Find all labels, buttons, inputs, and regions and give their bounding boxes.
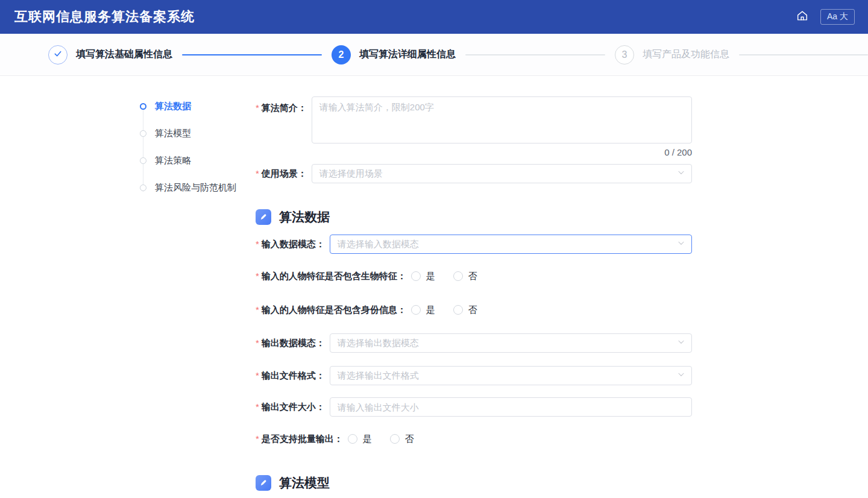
home-button[interactable] — [795, 10, 810, 24]
radio-icon — [411, 305, 421, 315]
output-modality-placeholder: 请选择输出数据模态 — [338, 338, 677, 349]
bio-feature-radio-group: 是 否 — [411, 271, 495, 282]
app-header: 互联网信息服务算法备案系统 Aa 大 — [0, 0, 868, 34]
step-2-circle: 2 — [332, 45, 351, 65]
bio-feature-radio-no[interactable]: 否 — [453, 271, 477, 282]
radio-icon — [348, 434, 357, 444]
required-marker: * — [256, 167, 259, 180]
chevron-down-icon — [677, 168, 685, 179]
output-size-input[interactable] — [330, 397, 692, 417]
output-modality-label: 输出数据模态： — [262, 336, 325, 350]
anchor-nav: 算法数据 算法模型 算法策略 算法风险与防范机制 — [140, 100, 248, 209]
algorithm-detail-form: * 算法简介： 0 / 200 * 使用场景： 请选择使用场景 算法数据 * 输… — [256, 96, 692, 491]
section-algorithm-model: 算法模型 — [256, 474, 692, 491]
anchor-item-algorithm-model[interactable]: 算法模型 — [140, 127, 248, 139]
step-connector-3 — [739, 54, 868, 55]
chevron-down-icon — [677, 338, 685, 348]
usage-scene-select[interactable]: 请选择使用场景 — [312, 164, 692, 183]
step-3: 3 填写产品及功能信息 — [615, 45, 729, 65]
batch-output-radio-no[interactable]: 否 — [390, 433, 414, 445]
bio-feature-radio-yes[interactable]: 是 — [411, 271, 435, 282]
required-marker: * — [256, 269, 259, 283]
chevron-down-icon — [677, 239, 685, 250]
field-identity-info: * 输入的人物特征是否包含身份信息： 是 否 — [256, 303, 692, 317]
intro-char-counter: 0 / 200 — [256, 147, 692, 159]
field-input-modality: * 输入数据模态： 请选择输入数据模态 — [256, 235, 692, 254]
pencil-icon — [256, 209, 271, 225]
anchor-item-algorithm-risk[interactable]: 算法风险与防范机制 — [140, 181, 248, 194]
anchor-label: 算法模型 — [155, 128, 191, 139]
field-output-format: * 输出文件格式： 请选择输出文件格式 — [256, 366, 692, 385]
radio-label: 否 — [468, 271, 477, 282]
step-3-label: 填写产品及功能信息 — [643, 48, 729, 61]
check-icon — [53, 49, 63, 61]
chevron-down-icon — [677, 370, 685, 381]
radio-icon — [453, 271, 463, 281]
anchor-item-algorithm-strategy[interactable]: 算法策略 — [140, 154, 248, 166]
section-algorithm-data: 算法数据 — [256, 209, 692, 225]
field-batch-output: * 是否支持批量输出： 是 否 — [256, 432, 692, 446]
field-output-modality: * 输出数据模态： 请选择输出数据模态 — [256, 333, 692, 353]
batch-output-label: 是否支持批量输出： — [262, 432, 343, 446]
field-bio-feature: * 输入的人物特征是否包含生物特征： 是 否 — [256, 269, 692, 283]
field-output-size: * 输出文件大小： — [256, 397, 692, 417]
anchor-dot — [140, 103, 146, 110]
identity-info-label: 输入的人物特征是否包含身份信息： — [262, 303, 406, 317]
step-connector-2 — [465, 54, 605, 55]
radio-label: 是 — [426, 271, 435, 282]
anchor-item-algorithm-data[interactable]: 算法数据 — [140, 100, 248, 112]
field-usage-scene: * 使用场景： 请选择使用场景 — [256, 164, 692, 183]
batch-output-radio-group: 是 否 — [348, 433, 432, 445]
radio-label: 否 — [468, 304, 477, 316]
input-modality-placeholder: 请选择输入数据模态 — [338, 239, 677, 250]
intro-label: 算法简介： — [262, 101, 307, 115]
bio-feature-label: 输入的人物特征是否包含生物特征： — [262, 269, 406, 283]
required-marker: * — [256, 400, 259, 414]
radio-icon — [411, 271, 421, 281]
anchor-label: 算法数据 — [155, 101, 191, 112]
anchor-dot — [140, 130, 146, 137]
pencil-icon — [256, 475, 271, 491]
section-title: 算法模型 — [279, 474, 330, 491]
required-marker: * — [256, 336, 259, 350]
step-3-circle: 3 — [615, 45, 634, 65]
home-icon — [796, 9, 809, 25]
radio-label: 是 — [426, 304, 435, 316]
identity-info-radio-no[interactable]: 否 — [453, 304, 477, 316]
radio-label: 是 — [363, 433, 372, 445]
step-2: 2 填写算法详细属性信息 — [332, 45, 456, 65]
output-size-label: 输出文件大小： — [262, 400, 325, 414]
field-intro: * 算法简介： — [256, 96, 692, 143]
anchor-dot — [140, 157, 146, 164]
intro-textarea[interactable] — [312, 96, 692, 143]
step-1: 填写算法基础属性信息 — [48, 45, 172, 65]
input-modality-select[interactable]: 请选择输入数据模态 — [330, 235, 692, 254]
input-modality-label: 输入数据模态： — [262, 238, 325, 251]
required-marker: * — [256, 303, 259, 317]
step-1-label: 填写算法基础属性信息 — [76, 48, 172, 61]
required-marker: * — [256, 101, 259, 115]
anchor-label: 算法策略 — [155, 155, 191, 166]
radio-label: 否 — [405, 433, 414, 445]
anchor-label: 算法风险与防范机制 — [155, 182, 236, 194]
app-title: 互联网信息服务算法备案系统 — [14, 8, 195, 26]
section-title: 算法数据 — [279, 209, 330, 225]
output-format-placeholder: 请选择输出文件格式 — [338, 370, 677, 382]
identity-info-radio-yes[interactable]: 是 — [411, 304, 435, 316]
batch-output-radio-yes[interactable]: 是 — [348, 433, 372, 445]
step-2-label: 填写算法详细属性信息 — [359, 48, 456, 61]
step-connector-1 — [182, 54, 322, 55]
radio-icon — [453, 305, 463, 315]
anchor-rail — [143, 106, 143, 192]
required-marker: * — [256, 432, 259, 446]
radio-icon — [390, 434, 400, 444]
output-format-select[interactable]: 请选择输出文件格式 — [330, 366, 692, 385]
font-size-button[interactable]: Aa 大 — [820, 9, 855, 25]
output-modality-select[interactable]: 请选择输出数据模态 — [330, 333, 692, 353]
step-1-circle — [48, 45, 68, 65]
anchor-dot — [140, 184, 146, 191]
step-indicator: 填写算法基础属性信息 2 填写算法详细属性信息 3 填写产品及功能信息 — [0, 34, 868, 76]
identity-info-radio-group: 是 否 — [411, 304, 495, 316]
usage-scene-placeholder: 请选择使用场景 — [319, 168, 677, 180]
required-marker: * — [256, 238, 259, 251]
